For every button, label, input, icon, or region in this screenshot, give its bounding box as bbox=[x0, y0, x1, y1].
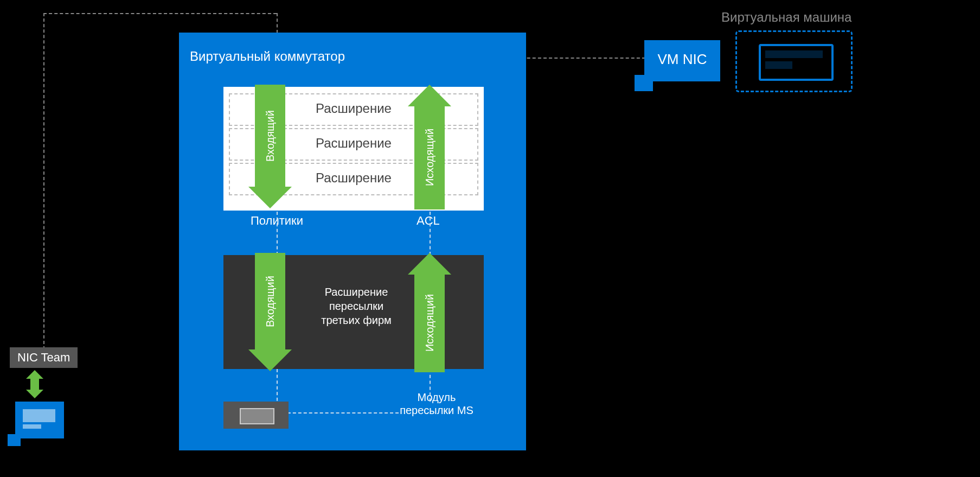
ms-forward-label: Модуль пересылки MS bbox=[390, 391, 483, 417]
connector-acl-down bbox=[430, 212, 431, 255]
arrow-inbound-bottom-head bbox=[248, 349, 292, 371]
pnic-box bbox=[15, 402, 64, 438]
vm-nic-box: VM NIC bbox=[644, 40, 720, 81]
arrow-outbound-top: Исходящий bbox=[414, 105, 445, 209]
vm-dashed-box bbox=[735, 30, 853, 92]
arrow-outbound-bottom-head bbox=[408, 253, 451, 275]
arrow-outbound-top-head bbox=[408, 85, 451, 106]
connector-policies-down bbox=[277, 212, 278, 255]
vm-label: Виртуальная машина bbox=[721, 10, 851, 25]
vswitch-title: Виртуальный коммутатор bbox=[190, 49, 345, 64]
nic-team-label: NIC Team bbox=[10, 347, 78, 368]
nic-team-arrow-up bbox=[26, 370, 43, 379]
module-box bbox=[223, 402, 289, 429]
arrow-outbound-bottom: Исходящий bbox=[414, 274, 445, 372]
nic-team-arrow-body bbox=[30, 379, 39, 390]
nic-team-arrow-down bbox=[26, 390, 43, 398]
vm-nic-label: VM NIC bbox=[644, 51, 720, 68]
arrow-inbound-top-head bbox=[248, 187, 292, 208]
third-party-forwarding-label: Расширение пересылки третьих фирм bbox=[316, 285, 397, 327]
label-acl: ACL bbox=[417, 214, 440, 228]
connector-bottom-horizontal bbox=[277, 412, 399, 414]
arrow-inbound-top: Входящий bbox=[255, 85, 285, 188]
arrow-inbound-bottom: Входящий bbox=[255, 253, 285, 351]
connector-left-vertical bbox=[43, 13, 44, 349]
virtual-switch-box: Виртуальный коммутатор Расширение Расшир… bbox=[179, 33, 526, 450]
connector-top-horizontal bbox=[43, 13, 277, 14]
